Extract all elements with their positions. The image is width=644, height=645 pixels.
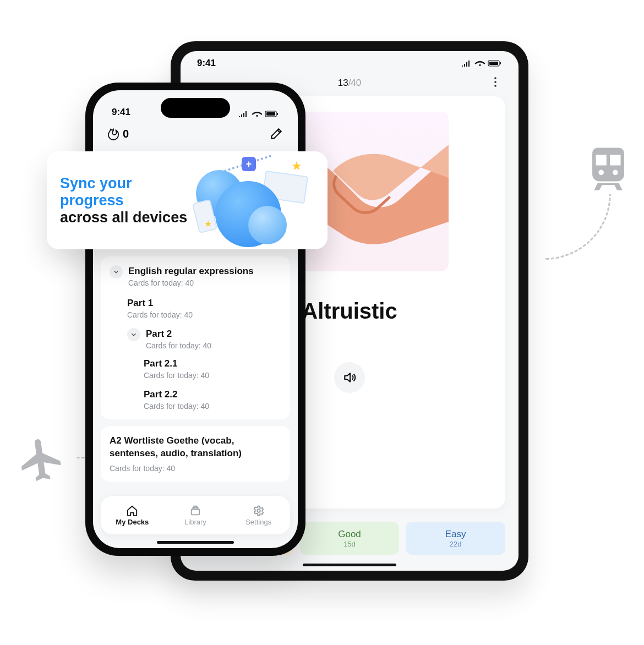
tab-settings[interactable]: Settings	[227, 496, 290, 534]
status-icons	[238, 110, 279, 118]
tab-my-decks[interactable]: My Decks	[101, 496, 164, 534]
edit-button[interactable]	[269, 127, 283, 141]
pencil-icon	[269, 127, 283, 141]
expand-button[interactable]	[127, 328, 140, 341]
deck-title: Part 2.2	[144, 389, 281, 401]
answer-good-button[interactable]: Good 15d	[300, 522, 400, 555]
audio-button[interactable]	[334, 362, 365, 393]
fire-icon	[107, 127, 119, 140]
status-time: 9:41	[112, 107, 130, 118]
deck-subtitle: Cards for today: 40	[127, 310, 281, 319]
train-icon	[586, 144, 630, 194]
tab-library[interactable]: Library	[164, 496, 227, 534]
wifi-icon	[252, 110, 263, 118]
sync-promo-card[interactable]: Sync your progress across all devices + …	[47, 151, 328, 249]
subdeck-part2[interactable]: Part 2 Cards for today: 40	[127, 328, 281, 350]
answer-easy-button[interactable]: Easy 22d	[406, 522, 505, 555]
signal-icon	[461, 59, 472, 67]
battery-icon	[488, 59, 502, 67]
answer-good-label: Good	[338, 529, 361, 540]
deck-card-english[interactable]: English regular expressions Cards for to…	[101, 256, 290, 419]
deck-title: English regular expressions	[128, 265, 281, 277]
star-icon: ★	[204, 218, 212, 229]
card-counter: 13/40	[338, 78, 362, 89]
expand-button[interactable]	[110, 265, 123, 278]
library-icon	[189, 505, 201, 517]
signal-icon	[238, 110, 249, 118]
tab-label: Settings	[245, 518, 271, 526]
answer-easy-label: Easy	[445, 529, 466, 540]
plus-badge-icon: +	[242, 157, 256, 171]
deck-subtitle: Cards for today: 40	[128, 278, 281, 287]
chevron-down-icon	[130, 331, 138, 338]
svg-point-3	[494, 77, 496, 79]
svg-rect-7	[266, 112, 275, 116]
deck-title: Part 1	[127, 297, 281, 309]
airplane-icon	[1, 419, 82, 500]
svg-point-5	[494, 85, 496, 87]
svg-rect-8	[277, 113, 278, 115]
more-vertical-icon	[489, 75, 502, 89]
status-time: 9:41	[197, 58, 216, 69]
subdeck-part1[interactable]: Part 1 Cards for today: 40	[127, 297, 281, 319]
deck-card-goethe[interactable]: A2 Wortliste Goethe (vocab, sentenses, a…	[101, 426, 290, 481]
star-icon: ★	[291, 159, 302, 173]
deck-title: A2 Wortliste Goethe (vocab, sentenses, a…	[110, 435, 281, 459]
flashcard-word: Altruistic	[302, 299, 397, 324]
decorative-dotted-trail	[545, 194, 611, 260]
speaker-icon	[342, 370, 357, 385]
gear-icon	[253, 505, 265, 517]
deck-title: Part 2	[146, 328, 281, 340]
deck-subtitle: Cards for today: 40	[110, 464, 281, 473]
home-icon	[126, 505, 138, 517]
wifi-icon	[474, 59, 485, 67]
home-indicator	[303, 564, 396, 566]
battery-icon	[265, 110, 279, 118]
deck-subtitle: Cards for today: 40	[144, 402, 281, 411]
svg-rect-1	[489, 62, 498, 65]
subdeck-part21[interactable]: Part 2.1 Cards for today: 40	[144, 358, 281, 380]
streak-value: 0	[123, 128, 129, 140]
tab-label: Library	[184, 518, 206, 526]
tablet-status-bar: 9:41	[181, 51, 519, 72]
status-icons	[461, 59, 502, 67]
answer-easy-sub: 22d	[450, 540, 462, 548]
phone-notch	[161, 98, 230, 118]
answer-good-sub: 15d	[343, 540, 356, 548]
subdeck-part22[interactable]: Part 2.2 Cards for today: 40	[144, 389, 281, 411]
cloud-icon	[248, 206, 287, 244]
card-counter-total: /40	[348, 78, 362, 88]
tab-bar: My Decks Library Settings	[101, 496, 290, 534]
promo-title-line1: Sync your progress	[60, 175, 199, 209]
streak-counter[interactable]: 0	[107, 127, 129, 140]
deck-subtitle: Cards for today: 40	[146, 341, 281, 350]
more-options-button[interactable]	[489, 75, 502, 89]
promo-illustration: + ★ ★	[199, 159, 314, 242]
phone-topbar: 0	[93, 121, 298, 145]
deck-title: Part 2.1	[144, 358, 281, 370]
tab-label: My Decks	[116, 518, 149, 526]
svg-rect-9	[192, 509, 200, 515]
chevron-down-icon	[112, 268, 120, 276]
card-counter-current: 13	[338, 78, 348, 88]
svg-rect-2	[500, 62, 501, 64]
svg-point-10	[257, 509, 260, 512]
deck-subtitle: Cards for today: 40	[144, 371, 281, 380]
svg-point-4	[494, 81, 496, 83]
promo-title-line2: across all devices	[60, 209, 199, 226]
home-indicator	[157, 541, 234, 544]
